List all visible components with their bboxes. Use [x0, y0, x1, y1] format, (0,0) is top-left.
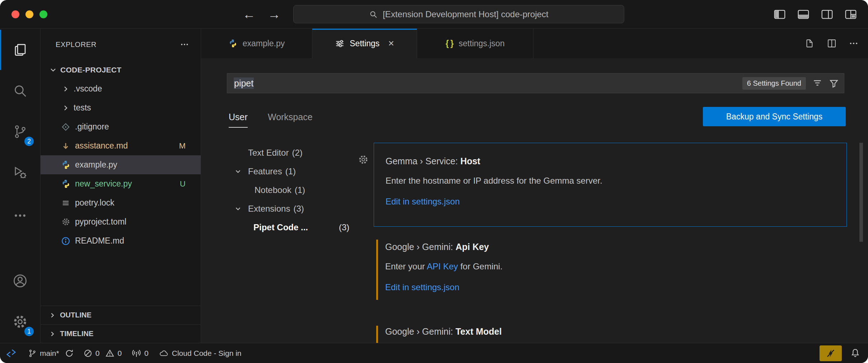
- setting-name: Host: [460, 156, 480, 166]
- scrollbar[interactable]: [859, 143, 863, 242]
- settings-toc: Text Editor (2) Features (1) Notebook (1…: [201, 143, 361, 237]
- notifications-bell[interactable]: [847, 343, 868, 363]
- settings-search-value: pipet: [234, 78, 742, 89]
- setting-description: Enter your API Key for Gemini.: [385, 261, 847, 272]
- toggle-panel-icon[interactable]: [797, 9, 810, 20]
- customize-layout-icon[interactable]: [844, 9, 857, 20]
- forward-icon[interactable]: →: [268, 7, 281, 22]
- git-branch-status[interactable]: main*: [23, 343, 64, 363]
- file-label: pyproject.toml: [75, 217, 126, 227]
- problems-status[interactable]: 0 0: [79, 343, 127, 363]
- traffic-lights: [11, 10, 47, 18]
- tree-item-readme-md[interactable]: README.md: [41, 231, 201, 250]
- close-window-button[interactable]: [11, 10, 19, 18]
- tree-item-pyproject-toml[interactable]: pyproject.toml: [41, 212, 201, 231]
- maximize-window-button[interactable]: [39, 10, 47, 18]
- settings-editor: pipet 6 Settings Found User Workspace Ba…: [201, 58, 868, 343]
- split-editor-icon[interactable]: [826, 38, 837, 49]
- setting-title: Gemma › Service: Host: [386, 156, 846, 166]
- setting-title: Google › Gemini: Text Model: [385, 326, 847, 337]
- activity-more[interactable]: [0, 195, 40, 236]
- tree-item-vscode[interactable]: .vscode: [41, 79, 201, 98]
- edit-in-settings-json-link[interactable]: Edit in settings.json: [386, 197, 846, 207]
- setting-google-gemini-api-key[interactable]: Google › Gemini: Api Key Enter your API …: [374, 237, 847, 302]
- toml-gear-icon: [61, 217, 71, 227]
- tree-item-tests[interactable]: tests: [41, 98, 201, 117]
- setting-category: Gemma › Service:: [386, 156, 460, 166]
- tab-settings[interactable]: Settings ×: [312, 29, 417, 58]
- more-actions-icon[interactable]: [849, 38, 859, 48]
- editor-tab-bar: example.py Settings × { } settings.json: [201, 29, 868, 58]
- tab-settings-json[interactable]: { } settings.json: [417, 29, 533, 58]
- tree-item-poetry-lock[interactable]: poetry.lock: [41, 193, 201, 212]
- setting-google-gemini-text-model[interactable]: Google › Gemini: Text Model: [374, 324, 847, 343]
- scm-badge: 2: [24, 136, 34, 147]
- activity-source-control[interactable]: 2: [0, 112, 40, 152]
- cloud-code-status[interactable]: Cloud Code - Sign in: [154, 343, 247, 363]
- ports-status[interactable]: 0: [127, 343, 154, 363]
- timeline-label: TIMELINE: [60, 330, 93, 338]
- bell-icon: [850, 348, 860, 358]
- api-key-link[interactable]: API Key: [427, 261, 458, 271]
- scope-tab-user[interactable]: User: [229, 112, 248, 128]
- warnings-count: 0: [117, 349, 122, 358]
- chevron-right-icon: [61, 104, 70, 112]
- close-icon[interactable]: ×: [388, 38, 394, 48]
- tree-item-assistance-md[interactable]: assistance.md M: [41, 136, 201, 155]
- extension-alert-indicator[interactable]: [820, 345, 842, 361]
- tab-example-py[interactable]: example.py: [201, 29, 312, 58]
- layout-controls: [773, 0, 857, 29]
- chevron-right-icon: [61, 85, 70, 93]
- command-center[interactable]: [Extension Development Host] code-projec…: [293, 5, 624, 23]
- toc-count: (1): [295, 185, 305, 195]
- tree-item-example-py[interactable]: example.py: [41, 155, 201, 174]
- toc-label: Text Editor: [248, 148, 289, 158]
- clear-search-filters-icon[interactable]: [812, 78, 822, 88]
- explorer-more-icon[interactable]: [180, 40, 189, 49]
- status-bar: main* 0 0 0 Cloud Cod: [0, 343, 868, 363]
- filter-funnel-icon[interactable]: [829, 78, 839, 88]
- toc-features[interactable]: Features (1): [201, 162, 361, 181]
- setting-gemma-service-host[interactable]: Gemma › Service: Host Enter the hostname…: [374, 143, 847, 227]
- cloud-icon: [159, 348, 169, 358]
- activity-accounts[interactable]: [0, 261, 40, 301]
- history-nav: ← →: [243, 0, 281, 29]
- timeline-section[interactable]: TIMELINE: [41, 324, 201, 343]
- minimize-window-button[interactable]: [25, 10, 33, 18]
- file-label: example.py: [75, 160, 117, 170]
- activity-run-debug[interactable]: [0, 152, 40, 193]
- activity-explorer[interactable]: [0, 30, 40, 70]
- open-settings-json-icon[interactable]: [804, 38, 815, 49]
- toc-text-editor[interactable]: Text Editor (2): [201, 143, 361, 162]
- setting-actions-gear-icon[interactable]: [358, 154, 369, 165]
- sync-status[interactable]: [64, 343, 79, 363]
- search-icon: [369, 10, 378, 19]
- branch-name: main*: [40, 349, 59, 358]
- toc-pipet-code[interactable]: Pipet Code ... (3): [201, 218, 361, 237]
- toc-count: (3): [339, 222, 349, 232]
- files-icon: [13, 42, 28, 57]
- tree-item-gitignore[interactable]: .gitignore: [41, 117, 201, 136]
- toc-notebook[interactable]: Notebook (1): [201, 181, 361, 199]
- tree-item-new-service-py[interactable]: new_service.py U: [41, 174, 201, 193]
- toc-label: Notebook: [255, 185, 291, 195]
- activity-search[interactable]: [0, 71, 40, 111]
- window-title: [Extension Development Host] code-projec…: [383, 9, 549, 19]
- tree-root-code-project[interactable]: CODE-PROJECT: [41, 60, 201, 79]
- settings-search-input[interactable]: pipet 6 Settings Found: [227, 73, 844, 93]
- edit-in-settings-json-link[interactable]: Edit in settings.json: [385, 282, 847, 292]
- toc-extensions[interactable]: Extensions (3): [201, 199, 361, 218]
- branch-icon: [28, 349, 37, 358]
- back-icon[interactable]: ←: [243, 7, 256, 22]
- sidebar-bottom-sections: OUTLINE TIMELINE: [41, 306, 201, 343]
- run-debug-icon: [13, 165, 28, 180]
- backup-sync-settings-button[interactable]: Backup and Sync Settings: [703, 107, 846, 126]
- outline-section[interactable]: OUTLINE: [41, 306, 201, 324]
- toggle-primary-sidebar-icon[interactable]: [773, 9, 786, 20]
- toc-count: (3): [293, 204, 304, 214]
- activity-settings[interactable]: 1: [0, 302, 40, 342]
- scope-tab-workspace[interactable]: Workspace: [268, 112, 313, 122]
- toggle-secondary-sidebar-icon[interactable]: [821, 9, 834, 20]
- file-label: .gitignore: [75, 122, 109, 132]
- remote-indicator[interactable]: [0, 343, 23, 363]
